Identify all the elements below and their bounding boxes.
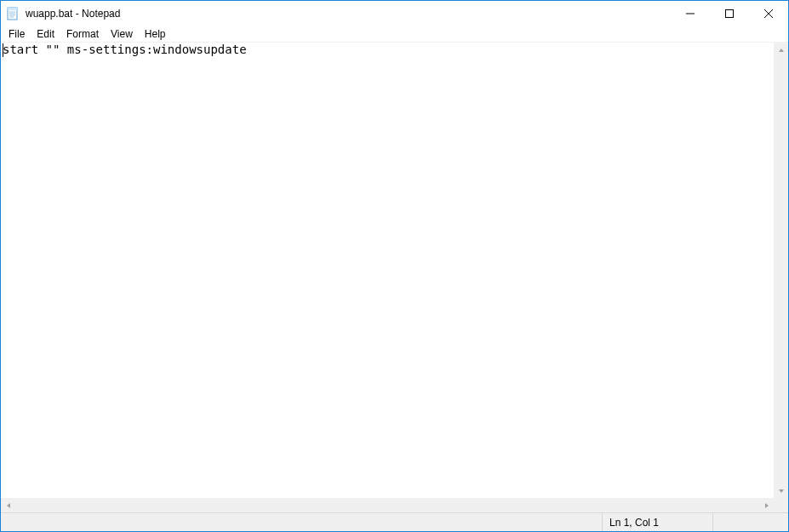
menu-file[interactable]: File <box>3 27 31 41</box>
scroll-up-arrow-icon[interactable] <box>774 43 788 57</box>
menu-bar: File Edit Format View Help <box>1 26 788 43</box>
menu-edit[interactable]: Edit <box>31 27 60 41</box>
status-position: Ln 1, Col 1 <box>603 513 713 531</box>
vertical-scrollbar[interactable] <box>774 43 788 498</box>
window-controls <box>671 1 788 26</box>
scroll-right-arrow-icon[interactable] <box>759 498 774 512</box>
minimize-icon <box>686 9 695 18</box>
status-spacer <box>1 513 603 531</box>
menu-format[interactable]: Format <box>60 27 105 41</box>
editor-area: start "" ms-settings:windowsupdate <box>1 43 788 512</box>
close-button[interactable] <box>749 1 788 26</box>
horizontal-scrollbar[interactable] <box>1 498 788 512</box>
maximize-icon <box>725 9 734 18</box>
window-title: wuapp.bat - Notepad <box>25 8 671 20</box>
notepad-window: wuapp.bat - Notepad File Edit F <box>0 0 789 532</box>
menu-view[interactable]: View <box>105 27 139 41</box>
editor-content[interactable]: start "" ms-settings:windowsupdate <box>3 43 774 498</box>
maximize-button[interactable] <box>710 1 749 26</box>
scroll-left-arrow-icon[interactable] <box>1 498 15 512</box>
menu-help[interactable]: Help <box>139 27 172 41</box>
close-icon <box>764 9 773 18</box>
svg-rect-1 <box>8 8 17 10</box>
svg-rect-7 <box>726 10 734 18</box>
status-bar: Ln 1, Col 1 <box>1 512 788 531</box>
text-editor[interactable]: start "" ms-settings:windowsupdate <box>1 43 788 498</box>
notepad-icon <box>6 7 20 20</box>
scroll-down-arrow-icon[interactable] <box>774 483 788 498</box>
minimize-button[interactable] <box>671 1 710 26</box>
scroll-corner <box>774 498 788 512</box>
title-bar[interactable]: wuapp.bat - Notepad <box>1 1 788 26</box>
status-tail <box>713 513 788 531</box>
